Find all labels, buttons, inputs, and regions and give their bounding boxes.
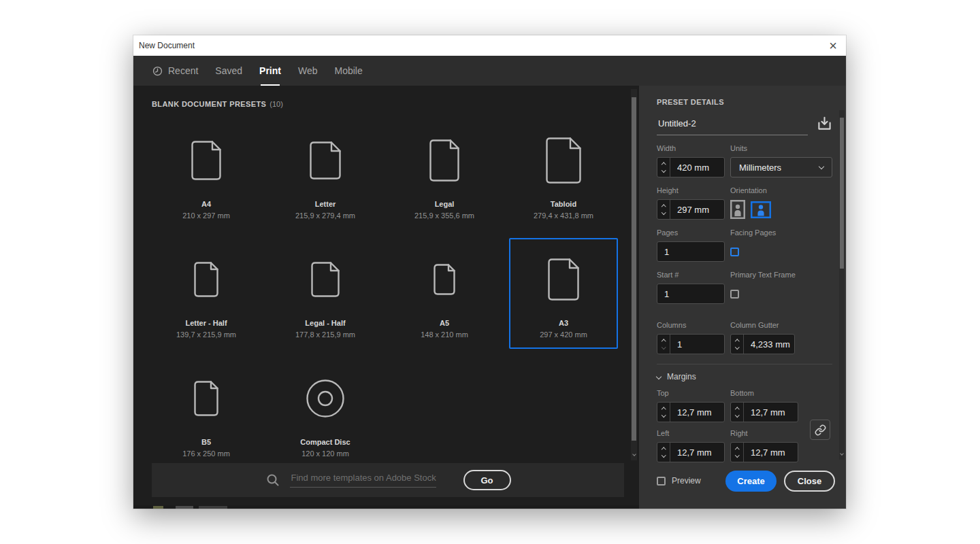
preset-name: A4 bbox=[201, 200, 211, 208]
tab-label: Saved bbox=[215, 65, 242, 76]
chain-link-icon bbox=[815, 424, 826, 436]
preset-tile-b5[interactable]: B5176 x 250 mm bbox=[152, 357, 261, 468]
primary-text-frame-checkbox[interactable] bbox=[730, 290, 739, 299]
dialog-titlebar: New Document × bbox=[133, 35, 846, 56]
margins-section-toggle[interactable]: Margins bbox=[657, 372, 832, 381]
margin-bottom-label: Bottom bbox=[730, 389, 832, 397]
tab-saved[interactable]: Saved bbox=[214, 56, 244, 86]
preset-tile-legal[interactable]: Legal215,9 x 355,6 mm bbox=[390, 119, 499, 230]
page-icon bbox=[434, 264, 455, 295]
columns-stepper[interactable] bbox=[657, 335, 670, 354]
preset-dimensions: 139,7 x 215,9 mm bbox=[176, 330, 236, 339]
height-input bbox=[657, 199, 725, 220]
stock-search-bar: Go bbox=[152, 463, 624, 497]
orientation-landscape-icon[interactable] bbox=[751, 201, 771, 218]
margin-right-value[interactable] bbox=[744, 447, 798, 458]
margin-top-value[interactable] bbox=[670, 407, 724, 418]
presets-scrollbar[interactable] bbox=[631, 89, 637, 460]
preset-tile-legal-half[interactable]: Legal - Half177,8 x 215,9 mm bbox=[271, 238, 380, 349]
margin-top-label: Top bbox=[657, 389, 725, 397]
preset-dimensions: 297 x 420 mm bbox=[540, 330, 587, 339]
search-input[interactable] bbox=[290, 473, 436, 488]
save-preset-button[interactable] bbox=[817, 116, 832, 133]
preset-dimensions: 120 x 120 mm bbox=[301, 449, 349, 458]
preset-name: Legal bbox=[435, 200, 455, 208]
preset-tile-a4[interactable]: A4210 x 297 mm bbox=[152, 119, 261, 230]
preset-details-panel: PRESET DETAILS Width bbox=[639, 86, 846, 509]
document-name-field[interactable] bbox=[657, 118, 808, 135]
preset-tile-a5[interactable]: A5148 x 210 mm bbox=[390, 238, 499, 349]
column-gutter-stepper[interactable] bbox=[731, 335, 744, 354]
close-icon[interactable]: × bbox=[829, 39, 837, 52]
templates-row-peek bbox=[133, 505, 640, 509]
preset-dimensions: 148 x 210 mm bbox=[421, 330, 468, 339]
preview-label: Preview bbox=[672, 476, 701, 486]
divider bbox=[657, 364, 832, 364]
go-button[interactable]: Go bbox=[463, 470, 511, 490]
pages-input bbox=[657, 241, 725, 262]
margins-header: Margins bbox=[667, 372, 696, 381]
columns-value[interactable] bbox=[670, 339, 724, 350]
margin-right-stepper[interactable] bbox=[731, 443, 744, 462]
orientation-portrait-icon[interactable] bbox=[730, 200, 745, 219]
width-value[interactable] bbox=[670, 163, 724, 173]
clock-icon bbox=[152, 66, 163, 76]
margin-left-stepper[interactable] bbox=[657, 443, 670, 462]
chevron-down-icon bbox=[656, 374, 662, 379]
tab-bar: RecentSavedPrintWebMobile bbox=[133, 56, 846, 86]
preset-dimensions: 215,9 x 279,4 mm bbox=[295, 211, 355, 220]
pages-value[interactable] bbox=[657, 247, 724, 257]
preset-tile-a3[interactable]: A3297 x 420 mm bbox=[509, 238, 618, 349]
preset-tile-letter-half[interactable]: Letter - Half139,7 x 215,9 mm bbox=[152, 238, 261, 349]
tab-web[interactable]: Web bbox=[297, 56, 319, 86]
download-icon bbox=[817, 116, 832, 131]
height-label: Height bbox=[657, 186, 725, 194]
preset-tile-compact-disc[interactable]: Compact Disc120 x 120 mm bbox=[271, 357, 380, 468]
units-dropdown[interactable]: Millimeters bbox=[730, 157, 832, 177]
columns-input bbox=[657, 334, 725, 354]
width-label: Width bbox=[657, 144, 725, 152]
details-scrollbar[interactable] bbox=[839, 110, 845, 460]
column-gutter-input bbox=[730, 334, 795, 354]
margin-left-value[interactable] bbox=[670, 447, 724, 458]
disc-icon bbox=[306, 379, 344, 418]
preview-toggle[interactable]: Preview bbox=[657, 476, 701, 486]
height-value[interactable] bbox=[670, 205, 724, 215]
tab-mobile[interactable]: Mobile bbox=[333, 56, 364, 86]
search-icon bbox=[265, 473, 280, 488]
column-gutter-value[interactable] bbox=[744, 339, 794, 350]
preset-name: Compact Disc bbox=[300, 438, 350, 446]
tab-recent[interactable]: Recent bbox=[151, 56, 199, 86]
dialog-title: New Document bbox=[139, 41, 195, 50]
height-stepper[interactable] bbox=[657, 200, 670, 219]
tab-print[interactable]: Print bbox=[258, 56, 282, 86]
margin-bottom-value[interactable] bbox=[744, 407, 798, 418]
new-document-dialog: New Document × RecentSavedPrintWebMobile… bbox=[133, 35, 846, 509]
close-button[interactable]: Close bbox=[784, 471, 835, 492]
preset-dimensions: 215,9 x 355,6 mm bbox=[414, 211, 474, 220]
tab-label: Recent bbox=[168, 65, 198, 76]
preset-tile-tabloid[interactable]: Tabloid279,4 x 431,8 mm bbox=[509, 119, 618, 230]
preset-tile-letter[interactable]: Letter215,9 x 279,4 mm bbox=[271, 119, 380, 230]
margin-top-stepper[interactable] bbox=[657, 403, 670, 422]
page-icon bbox=[429, 139, 459, 182]
create-button[interactable]: Create bbox=[725, 471, 777, 492]
preset-name: A5 bbox=[440, 319, 449, 327]
facing-pages-label: Facing Pages bbox=[730, 228, 832, 237]
details-scrollbar-thumb[interactable] bbox=[840, 118, 844, 269]
preset-name: Tabloid bbox=[551, 200, 576, 208]
facing-pages-checkbox[interactable] bbox=[730, 248, 739, 256]
page-icon bbox=[194, 381, 218, 416]
presets-scrollbar-thumb[interactable] bbox=[632, 97, 636, 441]
margin-right-input bbox=[730, 442, 798, 462]
page-icon bbox=[310, 141, 341, 180]
margin-bottom-stepper[interactable] bbox=[731, 403, 744, 422]
width-stepper[interactable] bbox=[657, 158, 670, 177]
link-margins-button[interactable] bbox=[810, 420, 830, 440]
preset-name: Legal - Half bbox=[305, 319, 345, 327]
start-number-value[interactable] bbox=[657, 289, 724, 299]
dialog-footer: Preview Create Close bbox=[639, 457, 846, 509]
tab-label: Web bbox=[298, 65, 318, 76]
preview-checkbox[interactable] bbox=[657, 477, 666, 486]
margin-top-input bbox=[657, 402, 725, 422]
